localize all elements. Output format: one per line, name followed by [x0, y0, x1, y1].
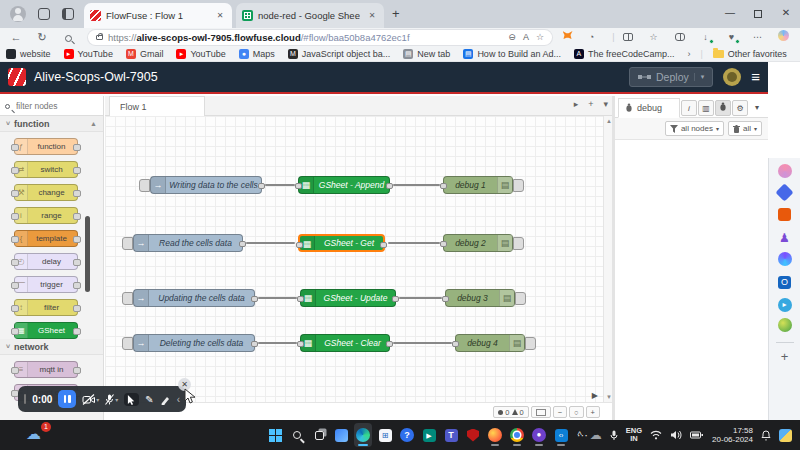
bookmark-item-gmail[interactable]: MGmail	[126, 49, 164, 59]
debug-toggle-button[interactable]	[525, 337, 536, 350]
read-aloud-icon[interactable]: A	[523, 32, 529, 42]
hidden-icons-chevron[interactable]: ^	[578, 430, 582, 440]
user-avatar[interactable]	[723, 68, 741, 86]
flow-list-dropdown-icon[interactable]: ▾	[603, 99, 608, 109]
input-port[interactable]	[442, 296, 449, 302]
palette-node-filter[interactable]: ↕filter	[14, 299, 78, 316]
taskbar-firefox-icon[interactable]	[486, 423, 504, 447]
tab-scroll-icon[interactable]: ▸	[574, 99, 579, 109]
bookmark-item-website[interactable]: website	[6, 49, 51, 59]
shopping-bag-icon[interactable]	[777, 208, 793, 224]
minimap-button[interactable]	[531, 406, 551, 418]
taskbar-store-icon[interactable]: ⊞	[376, 423, 394, 447]
output-port[interactable]	[392, 296, 399, 302]
weather-widget-icon[interactable]: ☁1	[26, 425, 48, 445]
refresh-icon[interactable]: ↻	[34, 29, 50, 45]
debug-toggle-button[interactable]	[515, 292, 526, 305]
palette-node-trigger[interactable]: ⎻trigger	[14, 276, 78, 293]
filter-nodes-button[interactable]: all nodes▾	[665, 121, 724, 136]
bookmark-item-javascript-object-ba-[interactable]: MJavaScript object ba...	[288, 49, 391, 59]
debug-node[interactable]: debug 4▤	[455, 334, 525, 352]
help-tab-icon[interactable]: ▥	[698, 100, 714, 116]
rewards-icon[interactable]	[777, 164, 793, 180]
profile-avatar-icon[interactable]	[10, 6, 26, 22]
more-menu-icon[interactable]: ⋯	[750, 30, 765, 44]
inject-node[interactable]: →Updating the cells data	[133, 289, 255, 307]
zoom-out-button[interactable]: −	[553, 406, 567, 418]
output-port[interactable]	[380, 242, 387, 248]
microphone-icon[interactable]	[610, 430, 618, 441]
main-menu-icon[interactable]: ≡	[751, 68, 760, 86]
minimize-button[interactable]: —	[716, 0, 744, 26]
inject-node[interactable]: →Deleting the cells data	[133, 334, 255, 352]
gsheet-node[interactable]: ▦GSheet - Clear	[300, 334, 390, 352]
add-icon[interactable]: +	[777, 349, 793, 365]
config-tab-icon[interactable]: ⚙	[732, 100, 748, 116]
output-port[interactable]	[386, 341, 393, 347]
palette-search-input[interactable]	[14, 100, 84, 112]
onedrive-icon[interactable]: ☁	[590, 428, 602, 442]
vertical-tabs-icon[interactable]	[62, 8, 74, 20]
palette-node-change[interactable]: ⚒change	[14, 184, 78, 201]
more-bookmarks-chevron[interactable]: ›	[687, 49, 690, 59]
inject-button[interactable]	[122, 237, 133, 250]
palette-node-mqtt-in[interactable]: ≡mqtt in	[14, 361, 78, 378]
debug-toggle-button[interactable]	[513, 237, 524, 250]
shopping-tag-icon[interactable]	[777, 186, 793, 202]
zoom-out-icon[interactable]: ⊖	[508, 32, 516, 42]
gsheet-node[interactable]: ▦GSheet - Update	[300, 289, 396, 307]
new-tab-button[interactable]: +	[392, 8, 400, 20]
sidebar-dropdown-icon[interactable]: ▾	[749, 100, 765, 116]
tab-close-icon[interactable]: ✕	[214, 10, 226, 22]
wifi-icon[interactable]	[650, 430, 662, 440]
inject-button[interactable]	[122, 292, 133, 305]
palette-category-network[interactable]: ˅network	[0, 339, 103, 355]
add-flow-button[interactable]: +	[588, 99, 593, 109]
info-tab-icon[interactable]: i	[681, 100, 697, 116]
bookmark-item-youtube[interactable]: ▸YouTube	[176, 49, 225, 59]
taskbar-edge-icon[interactable]	[354, 423, 372, 447]
debug-tab-icon[interactable]	[715, 100, 731, 116]
palette-node-switch[interactable]: ⇄switch	[14, 161, 78, 178]
taskbar-mcafee-icon[interactable]	[464, 423, 482, 447]
games-icon[interactable]: ♟	[777, 230, 793, 246]
debug-node[interactable]: debug 1▤	[443, 176, 513, 194]
inject-button[interactable]	[122, 337, 133, 350]
add-favorite-icon[interactable]: ☆	[646, 30, 661, 44]
output-port[interactable]	[251, 341, 258, 347]
taskbar-widgets-icon[interactable]	[332, 423, 350, 447]
metamask-icon[interactable]	[560, 30, 575, 44]
taskbar-task-view-icon[interactable]	[310, 423, 328, 447]
taskbar-teams-icon[interactable]: T	[442, 423, 460, 447]
palette-node-function[interactable]: ƒfunction	[14, 138, 78, 155]
search-icon[interactable]	[60, 29, 76, 45]
input-port[interactable]	[295, 183, 302, 189]
close-button[interactable]: ✕	[772, 0, 800, 26]
canvas-vertical-scrollbar[interactable]: ▲ ▼	[603, 116, 612, 402]
taskbar-search-icon[interactable]	[288, 423, 306, 447]
output-port[interactable]	[251, 296, 258, 302]
debug-node[interactable]: debug 2▤	[443, 234, 513, 252]
clock[interactable]: 17:5820-06-2024	[712, 426, 753, 444]
collapse-toolbar-icon[interactable]: ‹	[177, 394, 180, 405]
scroll-right-icon[interactable]: ▶	[592, 391, 598, 400]
inject-button[interactable]	[139, 179, 150, 192]
browser-essentials-icon[interactable]: ♥	[724, 30, 739, 44]
canvas-grid[interactable]: →Writing data to the cells▦GSheet - Appe…	[105, 116, 612, 402]
clear-messages-button[interactable]: all▾	[728, 121, 762, 136]
designer-icon[interactable]	[777, 252, 793, 268]
restore-button[interactable]	[744, 0, 772, 26]
notification-bell-icon[interactable]	[761, 430, 771, 441]
sports-icon[interactable]	[777, 318, 793, 334]
debug-toggle-button[interactable]	[513, 179, 524, 192]
palette-node-delay[interactable]: ◴delay	[14, 253, 78, 270]
input-port[interactable]	[297, 341, 304, 347]
tab-close-icon[interactable]: ✕	[366, 10, 378, 22]
collections-icon[interactable]	[672, 30, 687, 44]
telegram-icon[interactable]: ▸	[777, 296, 793, 312]
inject-node[interactable]: →Read the cells data	[133, 234, 243, 252]
gsheet-node[interactable]: ▦GSheet - Append	[298, 176, 390, 194]
split-screen-icon[interactable]	[620, 30, 635, 44]
deploy-button[interactable]: Deploy ▾	[629, 67, 713, 87]
copilot-icon[interactable]	[776, 30, 791, 44]
